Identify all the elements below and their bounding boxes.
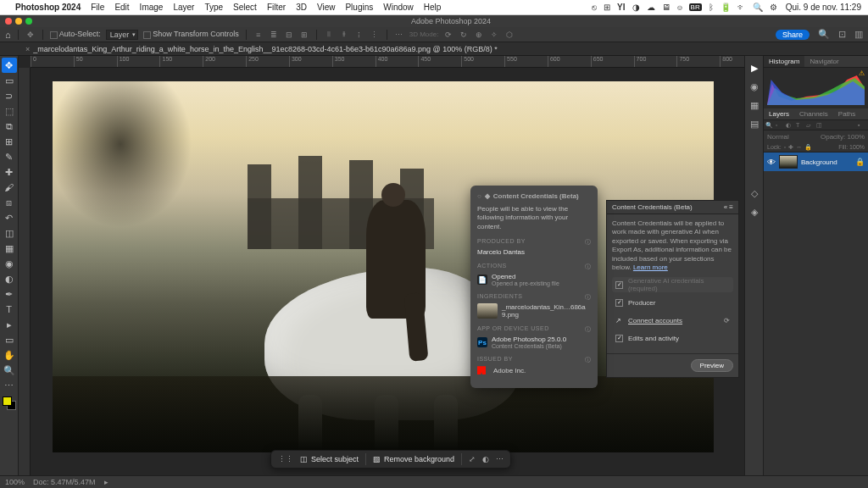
lock-icon[interactable]: 🔒 [804,144,812,151]
close-window-button[interactable] [5,18,12,25]
distribute-icon[interactable]: ⋮ [370,30,380,40]
info-expand-icon[interactable]: ▸ [104,478,108,486]
edit-toolbar[interactable]: ⋯ [2,378,17,393]
cc-option-producer[interactable]: Producer [612,295,733,310]
cc-panel-icon[interactable]: ◇ [748,186,761,200]
menu-view[interactable]: View [317,3,336,12]
move-tool-icon[interactable]: ✥ [25,30,36,40]
vertical-ruler[interactable] [19,68,31,475]
3d-icon[interactable]: ⊕ [474,30,484,40]
distribute-icon[interactable]: ⫴ [324,30,334,40]
horizontal-ruler[interactable]: 0501001502002503003504004505005506006507… [31,56,763,68]
share-button[interactable]: Share [776,30,810,40]
pen-tool[interactable]: ✒ [2,286,17,302]
panel-layout-icon[interactable]: ▥ [854,29,863,40]
status-icon[interactable]: ⊞ [604,3,610,12]
eraser-tool[interactable]: ◫ [2,225,17,241]
more-options-icon[interactable]: ⋯ [394,30,404,40]
workspace-icon[interactable]: ⊡ [838,29,846,40]
status-icon[interactable]: ☁ [647,3,655,12]
search-icon[interactable]: 🔍 [818,29,830,40]
history-brush-tool[interactable]: ↶ [2,210,17,225]
panel-menu-icon[interactable]: ≡ [729,203,733,211]
path-select-tool[interactable]: ▸ [2,317,17,332]
select-subject-button[interactable]: ◫Select subject [300,455,359,463]
filter-kind-icon[interactable]: ▫ [776,122,784,129]
status-icon[interactable]: ⎋ [592,3,597,12]
adjustments-icon[interactable]: ◐ [482,455,489,463]
tab-paths[interactable]: Paths [833,108,860,119]
crop-tool[interactable]: ⧉ [2,119,17,134]
zoom-tool[interactable]: 🔍 [2,363,17,378]
zoom-window-button[interactable] [25,18,32,25]
info-icon[interactable]: ⓘ [585,325,592,334]
status-icon[interactable]: 🖥 [662,3,670,12]
status-icon[interactable]: ⌾ [677,3,682,12]
document-tab[interactable]: × _marcelodantas_King_Arthur_riding_a_wh… [20,45,503,53]
align-icon[interactable]: ⊞ [299,30,309,40]
dodge-tool[interactable]: ◐ [2,271,17,286]
align-icon[interactable]: ≣ [269,30,279,40]
gradients-panel-icon[interactable]: ▤ [748,117,761,130]
marquee-tool[interactable]: ▭ [2,73,17,88]
cc-option-connect-accounts[interactable]: ↗ Connect accounts ⟳ [612,313,733,328]
lasso-tool[interactable]: ⊃ [2,88,17,103]
menu-select[interactable]: Select [233,3,257,12]
menu-type[interactable]: Type [204,3,223,12]
filter-icon[interactable]: ◫ [816,122,825,129]
menu-3d[interactable]: 3D [296,3,307,12]
filter-icon[interactable]: T [796,122,804,129]
layer-row-background[interactable]: 👁 Background 🔒 [764,152,868,171]
gradient-tool[interactable]: ▦ [2,241,17,256]
battery-icon[interactable]: 🔋 [721,3,731,12]
align-icon[interactable]: ≡ [253,30,264,40]
document-info[interactable]: Doc: 5.47M/5.47M [33,478,96,486]
remove-background-button[interactable]: ▧Remove background [373,455,454,463]
filter-search-icon[interactable]: 🔍 [765,122,774,129]
auto-select-target-dropdown[interactable]: Layer [106,30,139,40]
auto-select-checkbox[interactable]: Auto-Select: [50,30,101,38]
transform-icon[interactable]: ⤢ [469,455,476,463]
checkbox-icon[interactable] [615,299,623,307]
collapse-icon[interactable]: « [724,203,727,211]
learn-more-link[interactable]: Learn more [633,263,668,271]
distribute-icon[interactable]: ⫵ [339,30,349,40]
menu-filter[interactable]: Filter [267,3,286,12]
swatches-panel-icon[interactable]: ▦ [748,98,761,112]
distribute-icon[interactable]: ⫶ [354,30,364,40]
menu-help[interactable]: Help [424,3,442,12]
filter-toggle[interactable]: ▪ [858,122,866,129]
lock-icon[interactable]: ✚ [788,144,793,151]
shape-tool[interactable]: ▭ [2,332,17,347]
align-icon[interactable]: ⊟ [284,30,294,40]
layer-visibility-icon[interactable]: 👁 [767,158,776,167]
drag-handle-icon[interactable]: ⋮⋮ [278,455,293,463]
show-transform-checkbox[interactable]: Show Transform Controls [143,30,239,38]
filter-icon[interactable]: ▱ [806,122,815,129]
color-panel-icon[interactable]: ◉ [748,80,761,93]
blur-tool[interactable]: ◉ [2,256,17,271]
zoom-level[interactable]: 100% [5,478,25,486]
filter-icon[interactable]: ◐ [786,122,794,129]
home-button[interactable]: ⌂ [5,30,11,40]
lock-icon[interactable]: ▫ [784,144,786,150]
tab-channels[interactable]: Channels [794,108,833,119]
app-name-menu[interactable]: Photoshop 2024 [15,3,81,12]
foreground-color[interactable] [3,396,12,406]
tab-layers[interactable]: Layers [764,108,794,119]
move-tool[interactable]: ✥ [2,58,17,73]
menu-plugins[interactable]: Plugins [345,3,373,12]
minimize-window-button[interactable] [15,18,22,25]
status-icon[interactable]: BR [689,3,702,11]
layer-lock-icon[interactable]: 🔒 [855,158,865,166]
layer-thumbnail[interactable] [779,155,798,169]
object-select-tool[interactable]: ⬚ [2,103,17,119]
more-icon[interactable]: ⋯ [496,455,504,463]
bluetooth-icon[interactable]: ᛒ [709,3,714,12]
info-icon[interactable]: ⓘ [585,238,592,247]
3d-icon[interactable]: ⬡ [504,30,515,40]
info-icon[interactable]: ⓘ [585,293,592,302]
hand-tool[interactable]: ✋ [2,347,17,363]
cc-close-icon[interactable]: ○ [477,192,481,200]
menu-file[interactable]: File [91,3,104,12]
